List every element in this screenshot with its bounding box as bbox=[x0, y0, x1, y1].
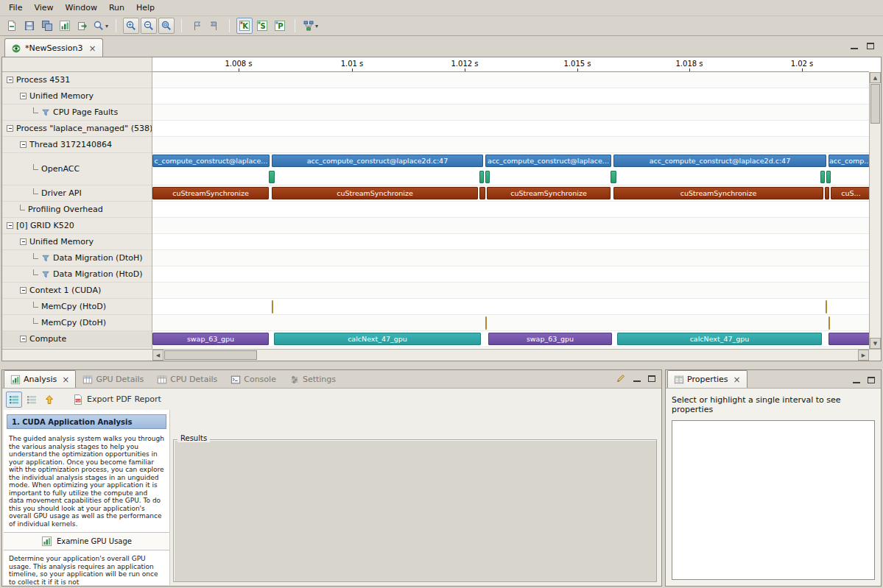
tree-row-openacc[interactable]: OpenACC bbox=[2, 153, 152, 185]
tree-row-profiling-overhead[interactable]: Profiling Overhead bbox=[2, 202, 152, 218]
tree-row-memcpy-dtoh[interactable]: MemCpy (DtoH) bbox=[2, 315, 152, 331]
scroll-up-icon[interactable]: ▲ bbox=[870, 72, 881, 83]
openacc-main-interval[interactable]: c_compute_construct@laplace... bbox=[152, 155, 270, 167]
zoom-out-button[interactable] bbox=[141, 18, 157, 34]
collapse-minus-icon[interactable] bbox=[20, 238, 27, 245]
driver-interval[interactable]: cuS... bbox=[831, 187, 869, 199]
openacc-sub-interval[interactable] bbox=[611, 171, 616, 183]
openacc-main-interval[interactable]: acc_comp... bbox=[829, 155, 869, 167]
tree-row-unified-memory[interactable]: Unified Memory bbox=[2, 88, 152, 105]
save-all-button[interactable] bbox=[39, 18, 55, 34]
driver-interval[interactable]: cuStreamSynchronize bbox=[613, 187, 823, 199]
dropdown-caret-icon[interactable]: ▾ bbox=[105, 23, 108, 29]
tab-console[interactable]: Console bbox=[224, 370, 283, 388]
openacc-sub-interval[interactable] bbox=[485, 171, 490, 183]
minimize-icon[interactable] bbox=[851, 43, 858, 49]
tree-row-data-migration-htod[interactable]: Data Migration (HtoD) bbox=[2, 266, 152, 283]
tree-row-data-migration-dtoh[interactable]: Data Migration (DtoH) bbox=[2, 250, 152, 266]
horizontal-scrollbar[interactable]: ◀ ▶ bbox=[2, 349, 881, 361]
memcpy-htod-interval[interactable] bbox=[826, 300, 827, 314]
openacc-sub-interval[interactable] bbox=[269, 171, 275, 183]
tree-row-memcpy-htod[interactable]: MemCpy (HtoD) bbox=[2, 299, 152, 315]
next-marker-button[interactable] bbox=[206, 18, 222, 34]
tree-row-unified-memory[interactable]: Unified Memory bbox=[2, 234, 152, 250]
compute-interval[interactable] bbox=[829, 333, 869, 345]
openacc-main-interval[interactable]: acc_compute_construct@laplace2d.c:47 bbox=[613, 155, 826, 167]
collapse-minus-icon[interactable] bbox=[7, 77, 13, 83]
driver-interval[interactable]: cuStreamSynchronize bbox=[487, 187, 611, 199]
minimize-icon[interactable] bbox=[853, 377, 860, 383]
compute-interval[interactable]: calcNext_47_gpu bbox=[617, 333, 822, 345]
horizontal-scroll-thumb[interactable] bbox=[164, 350, 257, 360]
collapse-minus-icon[interactable] bbox=[7, 222, 13, 229]
menu-help[interactable]: Help bbox=[130, 1, 161, 15]
driver-interval[interactable]: cuStreamSynchronize bbox=[152, 187, 269, 199]
tree-row-context-1-cuda[interactable]: Context 1 (CUDA) bbox=[2, 283, 152, 299]
tab-cpu-details[interactable]: CPU Details bbox=[150, 370, 224, 388]
openacc-sub-interval[interactable] bbox=[479, 171, 484, 183]
profile-application-button[interactable] bbox=[57, 18, 73, 34]
compute-interval[interactable]: calcNext_47_gpu bbox=[274, 333, 481, 345]
zoom-fit-button[interactable] bbox=[158, 18, 175, 34]
tree-row-thread-3172140864[interactable]: Thread 3172140864 bbox=[2, 137, 152, 153]
menu-run[interactable]: Run bbox=[103, 1, 130, 15]
collapse-minus-icon[interactable] bbox=[20, 93, 27, 99]
view-menu-pencil-icon[interactable] bbox=[616, 373, 626, 383]
menu-view[interactable]: View bbox=[28, 1, 59, 15]
tree-row-process-laplace-managed-538[interactable]: Process "laplace_managed" (538) bbox=[2, 121, 152, 137]
export-profile-button[interactable] bbox=[74, 18, 91, 34]
examine-gpu-usage-button[interactable]: Examine GPU Usage bbox=[4, 532, 169, 550]
menu-window[interactable]: Window bbox=[60, 1, 103, 15]
stream-toggle-button[interactable]: S bbox=[254, 18, 270, 34]
tree-row-process-4531[interactable]: Process 4531 bbox=[2, 72, 152, 88]
promote-analysis-button[interactable] bbox=[41, 392, 57, 408]
maximize-icon[interactable] bbox=[868, 377, 875, 383]
new-session-button[interactable] bbox=[4, 18, 20, 34]
collapse-minus-icon[interactable] bbox=[20, 336, 27, 342]
memcpy-dtoh-interval[interactable] bbox=[485, 316, 487, 330]
zoom-in-button[interactable] bbox=[123, 18, 139, 34]
openacc-main-interval[interactable]: acc_compute_construct@laplace2d.c:47 bbox=[272, 155, 483, 167]
process-toggle-button[interactable]: P bbox=[272, 18, 288, 34]
kernel-toggle-button[interactable]: K bbox=[236, 18, 253, 34]
tab-properties[interactable]: Properties × bbox=[667, 370, 747, 388]
compute-interval[interactable]: swap_63_gpu bbox=[488, 333, 612, 345]
scroll-left-icon[interactable]: ◀ bbox=[152, 350, 163, 361]
openacc-sub-interval[interactable] bbox=[826, 171, 831, 183]
scroll-right-icon[interactable]: ▶ bbox=[858, 350, 869, 361]
scroll-down-icon[interactable]: ▼ bbox=[870, 338, 881, 349]
menu-file[interactable]: File bbox=[3, 1, 28, 15]
unguided-view-button[interactable] bbox=[24, 392, 40, 408]
search-settings-button[interactable]: ▾ bbox=[92, 18, 109, 34]
maximize-icon[interactable] bbox=[648, 375, 655, 382]
dropdown-caret-icon[interactable]: ▾ bbox=[315, 23, 318, 29]
close-icon[interactable]: × bbox=[62, 375, 69, 384]
tab-analysis[interactable]: Analysis× bbox=[4, 370, 76, 388]
memcpy-htod-interval[interactable] bbox=[272, 300, 273, 314]
openacc-sub-interval[interactable] bbox=[820, 171, 825, 183]
prev-marker-button[interactable] bbox=[189, 18, 205, 34]
tree-row-cpu-page-faults[interactable]: CPU Page Faults bbox=[2, 105, 152, 121]
memcpy-dtoh-interval[interactable] bbox=[829, 316, 830, 330]
tree-row-compute[interactable]: Compute bbox=[2, 331, 152, 347]
export-pdf-button[interactable]: PDFExport PDF Report bbox=[71, 392, 162, 408]
tab-settings[interactable]: Settings bbox=[283, 370, 342, 388]
vertical-scrollbar[interactable]: ▲ ▼ bbox=[869, 72, 881, 349]
close-icon[interactable]: × bbox=[734, 375, 741, 384]
openacc-main-interval[interactable]: acc_compute_construct@laplace... bbox=[485, 155, 611, 167]
driver-interval[interactable] bbox=[825, 187, 829, 199]
session-tab[interactable]: *NewSession3 × bbox=[4, 38, 103, 57]
tab-gpu-details[interactable]: GPU Details bbox=[76, 370, 150, 388]
driver-interval[interactable]: cuStreamSynchronize bbox=[272, 187, 478, 199]
driver-interval[interactable] bbox=[479, 187, 485, 199]
save-button[interactable] bbox=[21, 18, 38, 34]
compute-interval[interactable]: swap_63_gpu bbox=[152, 333, 269, 345]
guided-view-button[interactable] bbox=[6, 392, 22, 408]
vertical-scroll-thumb[interactable] bbox=[870, 84, 880, 124]
analysis-menu-button[interactable]: ▾ bbox=[302, 18, 319, 34]
collapse-minus-icon[interactable] bbox=[7, 125, 13, 132]
collapse-minus-icon[interactable] bbox=[20, 287, 27, 294]
minimize-icon[interactable] bbox=[633, 375, 641, 382]
maximize-icon[interactable] bbox=[867, 43, 874, 49]
tree-row-driver-api[interactable]: Driver API bbox=[2, 185, 152, 202]
